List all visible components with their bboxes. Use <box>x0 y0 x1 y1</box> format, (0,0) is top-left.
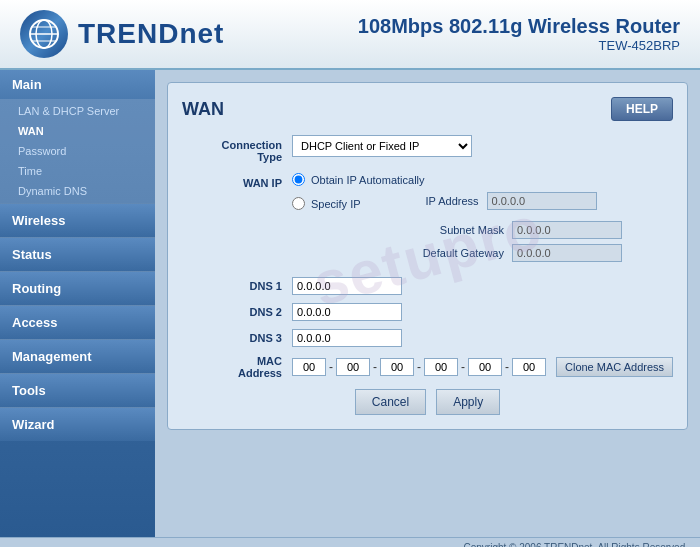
mac-sep-3: - <box>416 360 422 374</box>
subnet-mask-label: Subnet Mask <box>412 224 512 236</box>
default-gateway-input[interactable] <box>512 244 622 262</box>
mac-sep-1: - <box>328 360 334 374</box>
cancel-button[interactable]: Cancel <box>355 389 426 415</box>
dns3-input[interactable] <box>292 329 402 347</box>
dns2-row: DNS 2 <box>182 303 673 321</box>
connection-type-select[interactable]: DHCP Client or Fixed IP <box>292 135 472 157</box>
connection-type-row: ConnectionType DHCP Client or Fixed IP <box>182 135 673 163</box>
ip-address-row: IP Address <box>387 192 597 210</box>
specify-ip-row: Specify IP IP Address <box>292 192 673 215</box>
logo-area: TRENDnet <box>20 10 224 58</box>
main-layout: Main LAN & DHCP Server WAN Password Time… <box>0 70 700 537</box>
wan-panel: setupro WAN HELP ConnectionType DHCP Cli… <box>167 82 688 430</box>
panel-title-row: WAN HELP <box>182 97 673 121</box>
trendnet-logo-icon <box>20 10 68 58</box>
product-info: 108Mbps 802.11g Wireless Router TEW-452B… <box>358 15 680 53</box>
copyright-text: Copyright © 2006 TRENDnet. All Rights Re… <box>463 542 688 547</box>
dns3-row: DNS 3 <box>182 329 673 347</box>
wan-ip-row: WAN IP Obtain IP Automatically Specify I… <box>182 173 673 267</box>
mac-octet-3[interactable] <box>380 358 414 376</box>
clone-mac-button[interactable]: Clone MAC Address <box>556 357 673 377</box>
dns1-label: DNS 1 <box>182 280 292 292</box>
dns3-label: DNS 3 <box>182 332 292 344</box>
sidebar-item-time[interactable]: Time <box>0 161 155 181</box>
sidebar-item-lan-dhcp[interactable]: LAN & DHCP Server <box>0 101 155 121</box>
sidebar-main-submenu: LAN & DHCP Server WAN Password Time Dyna… <box>0 99 155 203</box>
help-button[interactable]: HELP <box>611 97 673 121</box>
obtain-ip-label: Obtain IP Automatically <box>311 174 425 186</box>
product-model: TEW-452BRP <box>358 38 680 53</box>
default-gateway-row: Default Gateway <box>412 244 673 262</box>
sidebar-item-tools[interactable]: Tools <box>0 373 155 407</box>
sidebar-item-status[interactable]: Status <box>0 237 155 271</box>
sidebar-item-wizard[interactable]: Wizard <box>0 407 155 441</box>
dns1-row: DNS 1 <box>182 277 673 295</box>
sidebar-item-wireless[interactable]: Wireless <box>0 203 155 237</box>
sidebar-item-access[interactable]: Access <box>0 305 155 339</box>
subnet-mask-input[interactable] <box>512 221 622 239</box>
default-gateway-label: Default Gateway <box>412 247 512 259</box>
specify-ip-label: Specify IP <box>311 198 361 210</box>
dns2-label: DNS 2 <box>182 306 292 318</box>
mac-octet-6[interactable] <box>512 358 546 376</box>
panel-title: WAN <box>182 99 224 120</box>
mac-sep-4: - <box>460 360 466 374</box>
mac-address-row: MACAddress - - - - - Clone MAC Address <box>182 355 673 379</box>
connection-type-label: ConnectionType <box>182 135 292 163</box>
sidebar-main-header[interactable]: Main <box>0 70 155 99</box>
mac-octet-1[interactable] <box>292 358 326 376</box>
ip-address-input[interactable] <box>487 192 597 210</box>
button-row: Cancel Apply <box>182 389 673 415</box>
ip-fields: IP Address <box>387 192 597 215</box>
footer: Copyright © 2006 TRENDnet. All Rights Re… <box>0 537 700 547</box>
product-name: 108Mbps 802.11g Wireless Router <box>358 15 680 38</box>
mac-octet-2[interactable] <box>336 358 370 376</box>
specify-ip-radio[interactable] <box>292 197 305 210</box>
mac-address-label: MACAddress <box>182 355 292 379</box>
content-area: setupro WAN HELP ConnectionType DHCP Cli… <box>155 70 700 537</box>
obtain-ip-row: Obtain IP Automatically <box>292 173 673 186</box>
ip-address-label: IP Address <box>387 195 487 207</box>
subnet-gateway-fields: Subnet Mask Default Gateway <box>412 221 673 262</box>
mac-octet-4[interactable] <box>424 358 458 376</box>
mac-inputs: - - - - - Clone MAC Address <box>292 357 673 377</box>
sidebar-item-management[interactable]: Management <box>0 339 155 373</box>
wan-ip-controls: Obtain IP Automatically Specify IP IP Ad… <box>292 173 673 267</box>
connection-type-controls: DHCP Client or Fixed IP <box>292 135 673 157</box>
dns2-input[interactable] <box>292 303 402 321</box>
mac-octet-5[interactable] <box>468 358 502 376</box>
subnet-mask-row: Subnet Mask <box>412 221 673 239</box>
sidebar: Main LAN & DHCP Server WAN Password Time… <box>0 70 155 537</box>
sidebar-item-password[interactable]: Password <box>0 141 155 161</box>
header: TRENDnet 108Mbps 802.11g Wireless Router… <box>0 0 700 70</box>
apply-button[interactable]: Apply <box>436 389 500 415</box>
sidebar-item-wan[interactable]: WAN <box>0 121 155 141</box>
sidebar-item-routing[interactable]: Routing <box>0 271 155 305</box>
dns1-input[interactable] <box>292 277 402 295</box>
obtain-ip-radio[interactable] <box>292 173 305 186</box>
sidebar-item-dynamic-dns[interactable]: Dynamic DNS <box>0 181 155 201</box>
wan-ip-label: WAN IP <box>182 173 292 189</box>
brand-name: TRENDnet <box>78 18 224 50</box>
mac-sep-5: - <box>504 360 510 374</box>
mac-sep-2: - <box>372 360 378 374</box>
